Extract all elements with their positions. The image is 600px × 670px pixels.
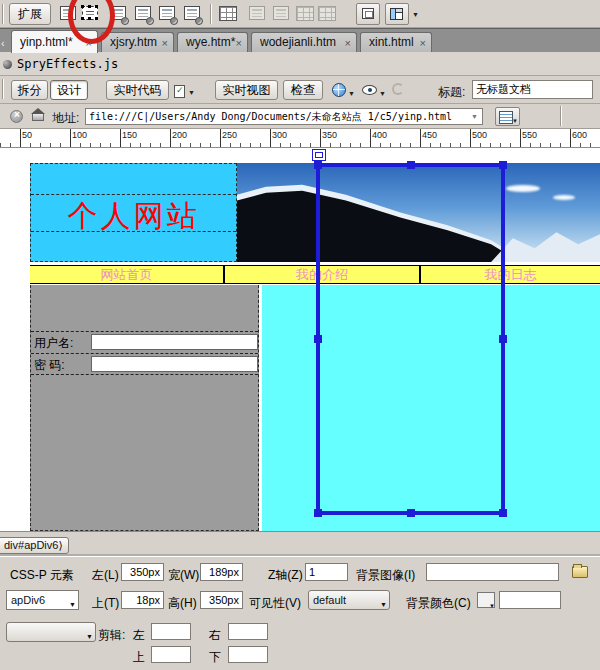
preview-dropdown-icon[interactable]: ▼	[348, 90, 355, 97]
left-input[interactable]	[121, 563, 164, 581]
tab-xint[interactable]: xint.html ×	[360, 32, 432, 53]
visual-aids-eye-icon[interactable]	[360, 80, 380, 100]
related-file-spryeffects[interactable]: SpryEffects.js	[17, 57, 118, 71]
selection-handle[interactable]	[499, 335, 507, 343]
clip-bottom-input[interactable]	[228, 646, 268, 663]
tab-wodejianli[interactable]: wodejianli.htm ×	[251, 32, 357, 53]
selection-handle[interactable]	[314, 335, 322, 343]
draw-ap-div-icon[interactable]	[80, 4, 100, 24]
title-label: 标题:	[438, 84, 465, 101]
spry-accordion-icon[interactable]	[157, 4, 177, 24]
top-label: 上(T)	[92, 595, 119, 612]
ruler[interactable]: 50100150200250300350400450500550600	[0, 129, 600, 148]
clip-top-input[interactable]	[151, 646, 191, 663]
design-view-button[interactable]: 设计	[50, 80, 88, 100]
document-tab-bar: ‹ yinp.html* × xjsry.htm × wye.htm* × wo…	[0, 28, 600, 52]
element-id-combo[interactable]: apDiv6	[6, 590, 79, 610]
extend-button[interactable]: 扩展	[9, 3, 51, 25]
view-options-icon[interactable]	[495, 107, 520, 126]
clip-right-input[interactable]	[228, 623, 268, 640]
visual-aids-dropdown-icon[interactable]: ▼	[379, 90, 386, 97]
selection-handle[interactable]	[314, 509, 322, 517]
tag-selector-apdiv6[interactable]: div#apDiv6⟩	[0, 537, 69, 554]
spry-tabbed-panels-icon[interactable]	[133, 4, 153, 24]
tab-scroll-left-icon[interactable]: ‹	[1, 37, 5, 49]
tab-close-icon[interactable]: ×	[86, 36, 92, 50]
selection-handle[interactable]	[499, 161, 507, 169]
frames-dropdown-icon[interactable]: ▼	[412, 11, 419, 18]
top-input[interactable]	[121, 591, 164, 609]
browse-folder-icon[interactable]	[572, 566, 588, 578]
bg-color-swatch[interactable]	[477, 592, 495, 608]
spry-menu-bar-icon[interactable]	[108, 4, 128, 24]
iframe-icon[interactable]	[356, 3, 380, 25]
frames-icon[interactable]	[385, 3, 409, 25]
password-row: 密 码:	[31, 353, 258, 374]
check-page-dropdown-icon[interactable]: ▼	[188, 89, 195, 96]
insert-column-right-icon	[317, 4, 337, 24]
selection-handle[interactable]	[314, 161, 322, 169]
tab-yinp[interactable]: yinp.html* ×	[11, 30, 98, 53]
tab-wye[interactable]: wye.htm* ×	[177, 32, 248, 53]
split-view-button[interactable]: 拆分	[11, 80, 48, 100]
document-title-input[interactable]	[472, 80, 593, 99]
address-dropdown-icon[interactable]: ▼	[468, 110, 481, 123]
tag-selector-bar: div#apDiv6⟩	[0, 531, 600, 556]
ruler-label: 150	[122, 130, 137, 140]
tab-xjsry[interactable]: xjsry.htm ×	[101, 32, 174, 53]
selection-handle[interactable]	[407, 161, 415, 169]
nav-item-home[interactable]: 网站首页	[30, 266, 225, 283]
tab-close-icon[interactable]: ×	[162, 36, 168, 50]
cloud	[553, 195, 575, 200]
preview-globe-icon[interactable]	[330, 80, 350, 100]
width-input[interactable]	[200, 563, 243, 581]
ruler-label: 600	[572, 130, 587, 140]
home-icon[interactable]	[32, 113, 44, 121]
username-input[interactable]	[91, 334, 258, 350]
bg-color-label: 背景颜色(C)	[406, 595, 471, 612]
bg-image-label: 背景图像(I)	[356, 567, 415, 584]
live-code-button[interactable]: 实时代码	[106, 80, 169, 100]
row-divider	[31, 374, 258, 375]
ap-div-anchor-icon[interactable]	[312, 149, 326, 161]
height-label: 高(H)	[168, 595, 197, 612]
bg-color-input[interactable]	[499, 591, 561, 609]
stop-icon[interactable]	[10, 110, 23, 123]
document-toolbar: 拆分 设计 实时代码 ▼ 实时视图 检查 ▼ ▼ 标题:	[0, 76, 600, 104]
design-canvas[interactable]: 个人网站 网站首页 我的介绍 我的日志 用户名: 密 码:	[0, 148, 600, 531]
tab-close-icon[interactable]: ×	[236, 36, 242, 50]
spry-collapsible-panel-icon[interactable]	[182, 4, 202, 24]
toolbar-separator	[560, 106, 561, 126]
password-input[interactable]	[91, 356, 258, 372]
visibility-combo[interactable]: default	[308, 590, 390, 610]
tab-close-icon[interactable]: ×	[345, 36, 351, 50]
insert-row-below-icon	[271, 4, 291, 24]
table-icon[interactable]	[218, 4, 238, 24]
ruler-label: 400	[372, 130, 387, 140]
selection-handle[interactable]	[499, 509, 507, 517]
ruler-label: 550	[522, 130, 537, 140]
ruler-label: 450	[422, 130, 437, 140]
bg-image-input[interactable]	[426, 563, 559, 581]
address-input[interactable]	[85, 108, 483, 125]
site-title: 个人网站	[31, 196, 236, 237]
height-input[interactable]	[200, 591, 243, 609]
live-view-button[interactable]: 实时视图	[215, 80, 278, 100]
ruler-label: 500	[472, 130, 487, 140]
table-row-divider	[31, 194, 236, 195]
ruler-label: 200	[172, 130, 187, 140]
visibility-label: 可见性(V)	[249, 595, 301, 612]
clip-left-input[interactable]	[151, 623, 191, 640]
header-table[interactable]: 个人网站	[30, 163, 237, 262]
inspect-button[interactable]: 检查	[283, 80, 323, 100]
related-files-bar: SpryEffects.js	[0, 52, 600, 76]
z-index-input[interactable]	[305, 563, 348, 581]
login-sidebar[interactable]: 用户名: 密 码:	[30, 285, 259, 531]
insert-div-tag-icon[interactable]	[58, 4, 78, 24]
class-combo[interactable]	[6, 622, 96, 642]
apdiv6-selection[interactable]	[316, 163, 505, 515]
username-label: 用户名:	[34, 335, 73, 352]
clip-label: 剪辑:	[98, 627, 125, 644]
selection-handle[interactable]	[407, 509, 415, 517]
tab-close-icon[interactable]: ×	[420, 36, 426, 50]
